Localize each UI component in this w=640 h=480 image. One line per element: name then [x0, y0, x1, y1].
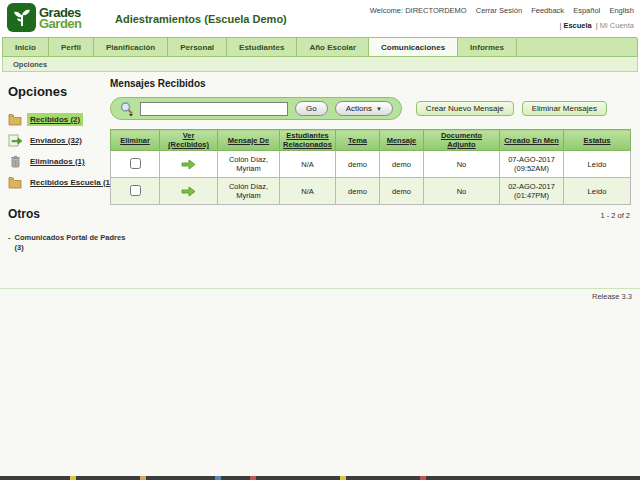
col-creado-en: Creado En Men [500, 130, 564, 151]
page-title: Adiestramientos (Escuela Demo) [115, 13, 287, 25]
col-mensaje: Mensaje [380, 130, 424, 151]
tab-ano-escolar[interactable]: Año Escolar [296, 37, 368, 57]
cell-estudiantes: N/A [280, 151, 336, 178]
folder-icon [8, 113, 22, 126]
tab-comunicaciones[interactable]: Comunicaciones [368, 37, 457, 57]
cell-tema: demo [336, 178, 380, 205]
welcome-text: Welcome: DIRECTORDEMO [370, 6, 467, 15]
search-input[interactable] [140, 102, 288, 116]
table-header-row: Eliminar Ver (Recibidos) Mensaje De Estu… [111, 130, 631, 151]
content-area: Opciones Recibidos (2) Enviados (32) Eli… [0, 72, 640, 477]
section-title: Mensajes Recibidos [110, 78, 632, 89]
table-row: Colón Díaz, Myriam N/A demo demo No 07-A… [111, 151, 631, 178]
col-eliminar: Eliminar [111, 130, 160, 151]
row-checkbox[interactable] [130, 185, 141, 196]
cell-mensaje: demo [380, 151, 424, 178]
table-row: Colón Díaz, Myriam N/A demo demo No 02-A… [111, 178, 631, 205]
sub-nav-label[interactable]: Opciones [13, 60, 47, 69]
row-checkbox[interactable] [130, 158, 141, 169]
toolbar: Go Actions ▼ Crear Nuevo Mensaje Elimina… [110, 97, 632, 120]
logo-line2: Garden [39, 18, 82, 29]
cell-documento: No [424, 151, 500, 178]
escuela-link[interactable]: Escuela [563, 21, 591, 30]
logout-link[interactable]: Cerrar Sesión [476, 6, 522, 15]
tab-inicio[interactable]: Inicio [2, 37, 48, 57]
spanish-link[interactable]: Español [573, 6, 600, 15]
cell-documento: No [424, 178, 500, 205]
send-icon [8, 134, 22, 147]
seedling-logo-icon [7, 3, 36, 32]
tab-personal[interactable]: Personal [167, 37, 226, 57]
folder-icon [8, 176, 22, 189]
sidebar-item-label[interactable]: Recibidos (2) [27, 113, 83, 126]
release-label: Release 3.3 [592, 292, 632, 301]
taskbar-sliver [0, 476, 640, 480]
english-link[interactable]: English [609, 6, 634, 15]
col-estudiantes-relacionados: Estudiantes Relacionados [280, 130, 336, 151]
main-panel: Mensajes Recibidos Go Actions ▼ Crear Nu [110, 78, 632, 220]
app-logo[interactable]: Grades Garden [7, 3, 82, 32]
chevron-down-icon: ▼ [376, 106, 382, 112]
create-message-button[interactable]: Crear Nuevo Mensaje [416, 101, 514, 116]
tab-estudiantes[interactable]: Estudiantes [226, 37, 296, 57]
delete-messages-button[interactable]: Eliminar Mensajes [522, 101, 607, 116]
trash-icon [8, 155, 22, 168]
tab-perfil[interactable]: Perfil [48, 37, 93, 57]
feedback-link[interactable]: Feedback [531, 6, 564, 15]
col-estatus: Estatus [564, 130, 631, 151]
col-ver-recibidos: Ver (Recibidos) [160, 130, 218, 151]
tab-filler [516, 37, 638, 57]
cell-mensaje-de: Colón Díaz, Myriam [218, 178, 280, 205]
tab-planificacion[interactable]: Planificación [93, 37, 167, 57]
sidebar-item-comunicados[interactable]: - Comunicados Portal de Padres (3) [8, 233, 133, 253]
col-documento-adjunto: Documento Adjunto [424, 130, 500, 151]
logo-wordmark: Grades Garden [39, 7, 82, 29]
cell-mensaje-de: Colón Díaz, Myriam [218, 151, 280, 178]
cell-creado: 07-AGO-2017 (09:52AM) [500, 151, 564, 178]
messages-table: Eliminar Ver (Recibidos) Mensaje De Estu… [110, 129, 631, 205]
account-bar: |Escuela |Mi Cuenta [557, 21, 634, 30]
magnifier-icon[interactable] [119, 101, 135, 117]
green-arrow-icon[interactable] [163, 159, 214, 170]
mi-cuenta-link[interactable]: Mi Cuenta [600, 21, 634, 30]
sub-nav-bar: Opciones [2, 57, 638, 72]
green-arrow-icon[interactable] [163, 186, 214, 197]
sidebar-item-label[interactable]: Enviados (32) [27, 134, 85, 147]
cell-estatus: Leído [564, 151, 631, 178]
cell-estatus: Leído [564, 178, 631, 205]
app-header: Grades Garden Adiestramientos (Escuela D… [0, 0, 640, 37]
actions-button[interactable]: Actions ▼ [335, 101, 393, 116]
pagination-label: 1 - 2 of 2 [110, 211, 630, 220]
col-tema: Tema [336, 130, 380, 151]
cell-mensaje: demo [380, 178, 424, 205]
tab-informes[interactable]: Informes [457, 37, 516, 57]
search-bar: Go Actions ▼ [110, 97, 402, 120]
main-nav: Inicio Perfil Planificación Personal Est… [2, 37, 638, 57]
go-button[interactable]: Go [295, 101, 328, 116]
welcome-bar: Welcome: DIRECTORDEMO Cerrar Sesión Feed… [370, 6, 634, 15]
cell-creado: 02-AGO-2017 (01:47PM) [500, 178, 564, 205]
col-mensaje-de: Mensaje De [218, 130, 280, 151]
sidebar-item-label[interactable]: Eliminados (1) [27, 155, 88, 168]
sidebar-item-label[interactable]: Comunicados Portal de Padres (3) [15, 233, 134, 253]
cell-estudiantes: N/A [280, 178, 336, 205]
footer-divider [0, 288, 640, 289]
cell-tema: demo [336, 151, 380, 178]
